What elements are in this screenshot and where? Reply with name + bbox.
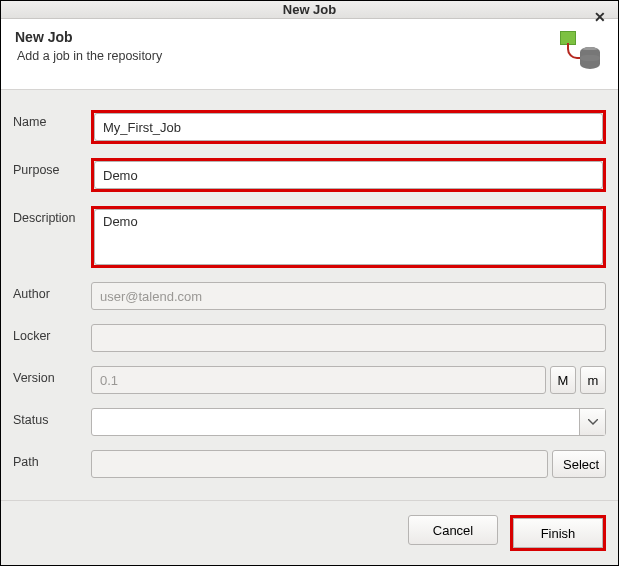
label-name: Name: [13, 110, 91, 129]
titlebar: New Job ✕: [1, 1, 618, 19]
status-value: [92, 409, 579, 435]
row-path: Path Select: [9, 450, 610, 478]
header-text: New Job Add a job in the repository: [15, 29, 162, 63]
row-version: Version M m: [9, 366, 610, 394]
close-icon: ✕: [594, 9, 606, 25]
label-version: Version: [13, 366, 91, 385]
finish-button[interactable]: Finish: [513, 518, 603, 548]
header-subtitle: Add a job in the repository: [17, 49, 162, 63]
select-path-button[interactable]: Select: [552, 450, 606, 478]
new-job-dialog: New Job ✕ New Job Add a job in the repos…: [0, 0, 619, 566]
job-icon: [554, 29, 600, 73]
cancel-button[interactable]: Cancel: [408, 515, 498, 545]
row-author: Author: [9, 282, 610, 310]
label-description: Description: [13, 206, 91, 225]
description-input[interactable]: [94, 209, 603, 265]
chevron-down-icon: [588, 419, 598, 425]
highlight-name: [91, 110, 606, 144]
status-dropdown-button[interactable]: [579, 409, 605, 435]
form-area: Name Purpose Description: [1, 90, 618, 500]
name-input[interactable]: [94, 113, 603, 141]
row-name: Name: [9, 110, 610, 144]
version-major-button[interactable]: M: [550, 366, 576, 394]
row-description: Description: [9, 206, 610, 268]
highlight-finish: Finish: [510, 515, 606, 551]
path-input: [91, 450, 548, 478]
purpose-input[interactable]: [94, 161, 603, 189]
label-purpose: Purpose: [13, 158, 91, 177]
highlight-description: [91, 206, 606, 268]
locker-input: [91, 324, 606, 352]
window-title: New Job: [283, 2, 336, 17]
row-purpose: Purpose: [9, 158, 610, 192]
label-path: Path: [13, 450, 91, 469]
row-status: Status: [9, 408, 610, 436]
label-author: Author: [13, 282, 91, 301]
close-button[interactable]: ✕: [590, 7, 610, 27]
header-title: New Job: [15, 29, 162, 45]
dialog-header: New Job Add a job in the repository: [1, 19, 618, 90]
label-status: Status: [13, 408, 91, 427]
author-input: [91, 282, 606, 310]
version-minor-button[interactable]: m: [580, 366, 606, 394]
label-locker: Locker: [13, 324, 91, 343]
row-locker: Locker: [9, 324, 610, 352]
highlight-purpose: [91, 158, 606, 192]
version-input: [91, 366, 546, 394]
dialog-footer: Cancel Finish: [1, 500, 618, 565]
status-combo[interactable]: [91, 408, 606, 436]
